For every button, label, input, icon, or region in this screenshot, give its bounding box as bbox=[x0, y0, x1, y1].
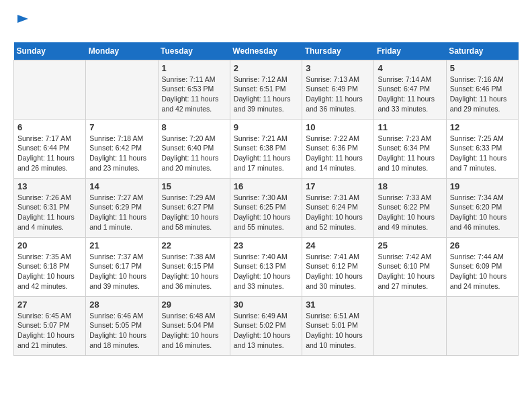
day-detail: Sunrise: 7:40 AMSunset: 6:13 PMDaylight:… bbox=[234, 252, 298, 291]
calendar-cell: 8Sunrise: 7:20 AMSunset: 6:40 PMDaylight… bbox=[158, 119, 230, 178]
day-number: 18 bbox=[378, 181, 442, 191]
calendar-cell: 28Sunrise: 6:46 AMSunset: 5:05 PMDayligh… bbox=[86, 296, 158, 355]
calendar-cell: 6Sunrise: 7:17 AMSunset: 6:44 PMDaylight… bbox=[14, 119, 86, 178]
day-detail: Sunrise: 7:42 AMSunset: 6:10 PMDaylight:… bbox=[378, 252, 442, 291]
day-number: 3 bbox=[306, 63, 370, 73]
calendar-cell bbox=[374, 296, 446, 355]
svg-marker-0 bbox=[17, 15, 28, 23]
calendar-week-row: 13Sunrise: 7:26 AMSunset: 6:31 PMDayligh… bbox=[14, 178, 519, 237]
calendar-week-row: 20Sunrise: 7:35 AMSunset: 6:18 PMDayligh… bbox=[14, 237, 519, 296]
col-header-monday: Monday bbox=[86, 42, 158, 60]
day-number: 10 bbox=[306, 122, 370, 132]
day-number: 1 bbox=[162, 63, 226, 73]
day-detail: Sunrise: 7:22 AMSunset: 6:36 PMDaylight:… bbox=[306, 134, 370, 173]
day-number: 13 bbox=[17, 181, 82, 191]
day-number: 17 bbox=[306, 181, 370, 191]
day-number: 4 bbox=[378, 63, 442, 73]
calendar-cell: 20Sunrise: 7:35 AMSunset: 6:18 PMDayligh… bbox=[14, 237, 86, 296]
day-detail: Sunrise: 7:35 AMSunset: 6:18 PMDaylight:… bbox=[17, 252, 82, 291]
day-number: 27 bbox=[17, 300, 82, 310]
day-detail: Sunrise: 7:30 AMSunset: 6:25 PMDaylight:… bbox=[234, 193, 298, 232]
day-detail: Sunrise: 6:48 AMSunset: 5:04 PMDaylight:… bbox=[162, 311, 226, 351]
day-detail: Sunrise: 7:23 AMSunset: 6:34 PMDaylight:… bbox=[378, 134, 442, 173]
day-detail: Sunrise: 7:21 AMSunset: 6:38 PMDaylight:… bbox=[234, 134, 298, 173]
calendar-cell: 5Sunrise: 7:16 AMSunset: 6:46 PMDaylight… bbox=[446, 60, 518, 119]
day-detail: Sunrise: 6:45 AMSunset: 5:07 PMDaylight:… bbox=[17, 311, 82, 351]
day-number: 21 bbox=[89, 240, 154, 250]
day-detail: Sunrise: 7:16 AMSunset: 6:46 PMDaylight:… bbox=[450, 75, 515, 114]
day-detail: Sunrise: 7:14 AMSunset: 6:47 PMDaylight:… bbox=[378, 75, 442, 114]
col-header-thursday: Thursday bbox=[302, 42, 374, 60]
calendar-cell: 10Sunrise: 7:22 AMSunset: 6:36 PMDayligh… bbox=[302, 119, 374, 178]
day-detail: Sunrise: 7:12 AMSunset: 6:51 PMDaylight:… bbox=[234, 75, 298, 114]
calendar-week-row: 6Sunrise: 7:17 AMSunset: 6:44 PMDaylight… bbox=[14, 119, 519, 178]
day-detail: Sunrise: 7:18 AMSunset: 6:42 PMDaylight:… bbox=[89, 134, 154, 173]
col-header-wednesday: Wednesday bbox=[230, 42, 302, 60]
day-number: 6 bbox=[17, 122, 82, 132]
calendar-cell: 18Sunrise: 7:33 AMSunset: 6:22 PMDayligh… bbox=[374, 178, 446, 237]
calendar-header-row: SundayMondayTuesdayWednesdayThursdayFrid… bbox=[14, 42, 519, 60]
day-detail: Sunrise: 7:38 AMSunset: 6:15 PMDaylight:… bbox=[162, 252, 226, 291]
calendar-cell: 15Sunrise: 7:29 AMSunset: 6:27 PMDayligh… bbox=[158, 178, 230, 237]
day-number: 22 bbox=[162, 240, 226, 250]
logo-text-block bbox=[13, 13, 30, 32]
calendar-cell: 7Sunrise: 7:18 AMSunset: 6:42 PMDaylight… bbox=[86, 119, 158, 178]
calendar-cell: 22Sunrise: 7:38 AMSunset: 6:15 PMDayligh… bbox=[158, 237, 230, 296]
day-detail: Sunrise: 7:31 AMSunset: 6:24 PMDaylight:… bbox=[306, 193, 370, 232]
day-number: 28 bbox=[89, 300, 154, 310]
day-number: 16 bbox=[234, 181, 298, 191]
calendar-cell: 25Sunrise: 7:42 AMSunset: 6:10 PMDayligh… bbox=[374, 237, 446, 296]
day-detail: Sunrise: 6:51 AMSunset: 5:01 PMDaylight:… bbox=[306, 311, 370, 351]
calendar-cell: 2Sunrise: 7:12 AMSunset: 6:51 PMDaylight… bbox=[230, 60, 302, 119]
day-number: 30 bbox=[234, 300, 298, 310]
day-number: 26 bbox=[450, 240, 515, 250]
col-header-saturday: Saturday bbox=[446, 42, 518, 60]
day-detail: Sunrise: 7:17 AMSunset: 6:44 PMDaylight:… bbox=[17, 134, 82, 173]
day-detail: Sunrise: 7:34 AMSunset: 6:20 PMDaylight:… bbox=[450, 193, 515, 232]
calendar-cell: 14Sunrise: 7:27 AMSunset: 6:29 PMDayligh… bbox=[86, 178, 158, 237]
calendar-cell: 24Sunrise: 7:41 AMSunset: 6:12 PMDayligh… bbox=[302, 237, 374, 296]
calendar-cell: 3Sunrise: 7:13 AMSunset: 6:49 PMDaylight… bbox=[302, 60, 374, 119]
day-number: 9 bbox=[234, 122, 298, 132]
calendar-cell: 17Sunrise: 7:31 AMSunset: 6:24 PMDayligh… bbox=[302, 178, 374, 237]
day-number: 11 bbox=[378, 122, 442, 132]
calendar-table: SundayMondayTuesdayWednesdayThursdayFrid… bbox=[13, 42, 519, 356]
calendar-week-row: 27Sunrise: 6:45 AMSunset: 5:07 PMDayligh… bbox=[14, 296, 519, 355]
day-detail: Sunrise: 7:11 AMSunset: 6:53 PMDaylight:… bbox=[162, 75, 226, 114]
day-number: 31 bbox=[306, 300, 370, 310]
day-detail: Sunrise: 7:37 AMSunset: 6:17 PMDaylight:… bbox=[89, 252, 154, 291]
day-number: 12 bbox=[450, 122, 515, 132]
page-header bbox=[13, 13, 519, 32]
day-detail: Sunrise: 7:41 AMSunset: 6:12 PMDaylight:… bbox=[306, 252, 370, 291]
logo-flag-icon bbox=[15, 13, 30, 28]
logo bbox=[13, 13, 30, 32]
day-number: 23 bbox=[234, 240, 298, 250]
calendar-cell: 26Sunrise: 7:44 AMSunset: 6:09 PMDayligh… bbox=[446, 237, 518, 296]
day-number: 5 bbox=[450, 63, 515, 73]
calendar-cell: 11Sunrise: 7:23 AMSunset: 6:34 PMDayligh… bbox=[374, 119, 446, 178]
day-detail: Sunrise: 7:26 AMSunset: 6:31 PMDaylight:… bbox=[17, 193, 82, 232]
calendar-cell: 13Sunrise: 7:26 AMSunset: 6:31 PMDayligh… bbox=[14, 178, 86, 237]
calendar-cell: 4Sunrise: 7:14 AMSunset: 6:47 PMDaylight… bbox=[374, 60, 446, 119]
col-header-sunday: Sunday bbox=[14, 42, 86, 60]
day-detail: Sunrise: 7:13 AMSunset: 6:49 PMDaylight:… bbox=[306, 75, 370, 114]
day-detail: Sunrise: 7:27 AMSunset: 6:29 PMDaylight:… bbox=[89, 193, 154, 232]
day-number: 8 bbox=[162, 122, 226, 132]
day-detail: Sunrise: 6:46 AMSunset: 5:05 PMDaylight:… bbox=[89, 311, 154, 351]
calendar-cell bbox=[14, 60, 86, 119]
calendar-cell bbox=[86, 60, 158, 119]
day-detail: Sunrise: 6:49 AMSunset: 5:02 PMDaylight:… bbox=[234, 311, 298, 351]
day-number: 25 bbox=[378, 240, 442, 250]
calendar-week-row: 1Sunrise: 7:11 AMSunset: 6:53 PMDaylight… bbox=[14, 60, 519, 119]
day-number: 7 bbox=[89, 122, 154, 132]
day-number: 14 bbox=[89, 181, 154, 191]
calendar-cell: 19Sunrise: 7:34 AMSunset: 6:20 PMDayligh… bbox=[446, 178, 518, 237]
calendar-cell bbox=[446, 296, 518, 355]
day-number: 20 bbox=[17, 240, 82, 250]
calendar-cell: 27Sunrise: 6:45 AMSunset: 5:07 PMDayligh… bbox=[14, 296, 86, 355]
calendar-cell: 31Sunrise: 6:51 AMSunset: 5:01 PMDayligh… bbox=[302, 296, 374, 355]
day-number: 15 bbox=[162, 181, 226, 191]
day-detail: Sunrise: 7:20 AMSunset: 6:40 PMDaylight:… bbox=[162, 134, 226, 173]
day-number: 24 bbox=[306, 240, 370, 250]
col-header-tuesday: Tuesday bbox=[158, 42, 230, 60]
